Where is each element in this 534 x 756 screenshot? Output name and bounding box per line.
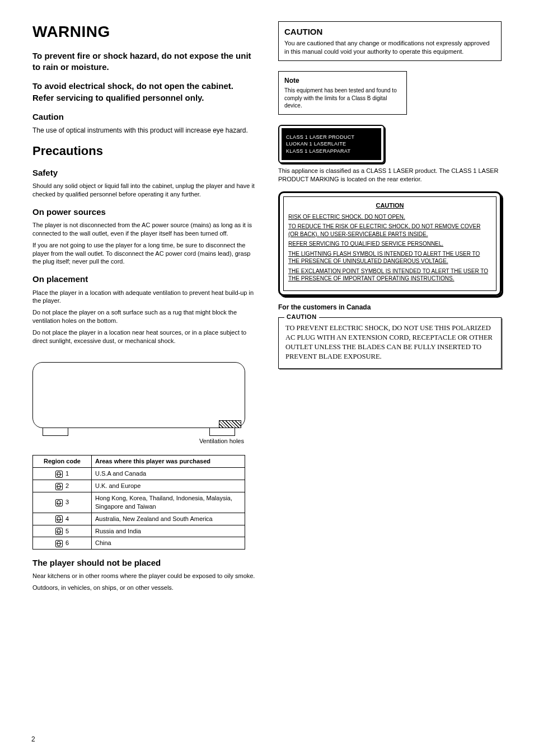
canada-heading: For the customers in Canada <box>278 303 502 312</box>
not-place-item-2: Outdoors, in vehicles, on ships, or on o… <box>32 584 256 592</box>
not-place-item-1: Near kitchens or in other rooms where th… <box>32 572 256 580</box>
region-code-table: Region code Areas where this player was … <box>32 455 245 550</box>
left-column: WARNING To prevent fire or shock hazard,… <box>32 21 256 595</box>
caution-text: The use of optical instruments with this… <box>32 126 256 135</box>
warning-subhead-1: To prevent fire or shock hazard, do not … <box>32 50 256 73</box>
caution-block-p2: TO REDUCE THE RISK OF ELECTRIC SHOCK, DO… <box>288 223 491 238</box>
caution-frame: CAUTION RISK OF ELECTRIC SHOCK. DO NOT O… <box>278 191 502 296</box>
globe-icon <box>55 499 63 506</box>
placement-heading: On placement <box>32 274 256 285</box>
warning-heading: WARNING <box>32 21 256 43</box>
caution-block-p5: THE EXCLAMATION POINT SYMBOL IS INTENDED… <box>288 267 491 283</box>
table-row: 2U.K. and Europe <box>33 480 245 492</box>
table-row: 5Russia and India <box>33 525 245 537</box>
safety-heading: Safety <box>32 167 256 179</box>
laser-label: CLASS 1 LASER PRODUCT LUOKAN 1 LASERLAIT… <box>278 125 385 164</box>
laser-line-3: KLASS 1 LASERAPPARAT <box>286 148 377 155</box>
region-head-code: Region code <box>33 456 92 468</box>
page-number: 2 <box>31 735 35 744</box>
note-head: Note <box>284 76 401 85</box>
placement-item-1: Place the player in a location with adeq… <box>32 289 256 306</box>
caution-heading: Caution <box>32 111 256 123</box>
caution-block-p4: THE LIGHTNING FLASH SYMBOL IS INTENDED T… <box>288 250 491 265</box>
device-feet <box>32 428 245 436</box>
canada-legend-label: CAUTION <box>284 313 319 321</box>
table-row: 6China <box>33 537 245 550</box>
laser-para: This appliance is classified as a CLASS … <box>278 167 502 184</box>
power-heading: On power sources <box>32 206 256 218</box>
globe-icon <box>55 515 63 523</box>
caution-block-p1: RISK OF ELECTRIC SHOCK. DO NOT OPEN. <box>288 213 491 221</box>
ventilation-label: Ventilation holes <box>32 437 245 445</box>
caution-block-head: CAUTION <box>288 201 491 210</box>
placement-item-2: Do not place the player on a soft surfac… <box>32 308 256 325</box>
laser-line-1: CLASS 1 LASER PRODUCT <box>286 134 377 141</box>
safety-text: Should any solid object or liquid fall i… <box>32 182 256 199</box>
note-body: This equipment has been tested and found… <box>284 87 401 110</box>
canada-caution-body: TO PREVENT ELECTRIC SHOCK, DO NOT USE TH… <box>285 324 493 360</box>
table-row: 3Hong Kong, Korea, Thailand, Indonesia, … <box>33 492 245 513</box>
placement-item-3: Do not place the player in a location ne… <box>32 328 256 345</box>
ventilation-hatch <box>219 420 241 428</box>
globe-icon <box>55 471 63 478</box>
precautions-heading: Precautions <box>32 143 256 159</box>
table-row: 4Australia, New Zealand and South Americ… <box>33 513 245 525</box>
laser-line-2: LUOKAN 1 LASERLAITE <box>286 140 377 148</box>
warning-subhead-2: To avoid electrical shock, do not open t… <box>32 81 256 104</box>
power-item-1: The player is not disconnected from the … <box>32 221 256 238</box>
not-place-heading: The player should not be placed <box>32 557 256 569</box>
canada-caution-box: CAUTION TO PREVENT ELECTRIC SHOCK, DO NO… <box>278 317 502 369</box>
region-head-area: Areas where this player was purchased <box>92 456 245 468</box>
table-row: Region code Areas where this player was … <box>33 456 245 468</box>
power-item-2: If you are not going to use the player f… <box>32 241 256 266</box>
table-row: 1U.S.A and Canada <box>33 468 245 480</box>
device-diagram <box>32 362 245 428</box>
globe-icon <box>55 540 63 547</box>
right-column: CAUTION You are cautioned that any chang… <box>278 21 502 595</box>
note-box: Note This equipment has been tested and … <box>278 71 407 115</box>
globe-icon <box>55 483 63 490</box>
globe-icon <box>55 528 63 535</box>
fcc-caution-head: CAUTION <box>284 26 495 37</box>
fcc-caution-body: You are cautioned that any change or mod… <box>284 39 495 56</box>
fcc-caution-box: CAUTION You are cautioned that any chang… <box>278 21 502 61</box>
caution-block-p3: REFER SERVICING TO QUALIFIED SERVICE PER… <box>288 240 491 248</box>
